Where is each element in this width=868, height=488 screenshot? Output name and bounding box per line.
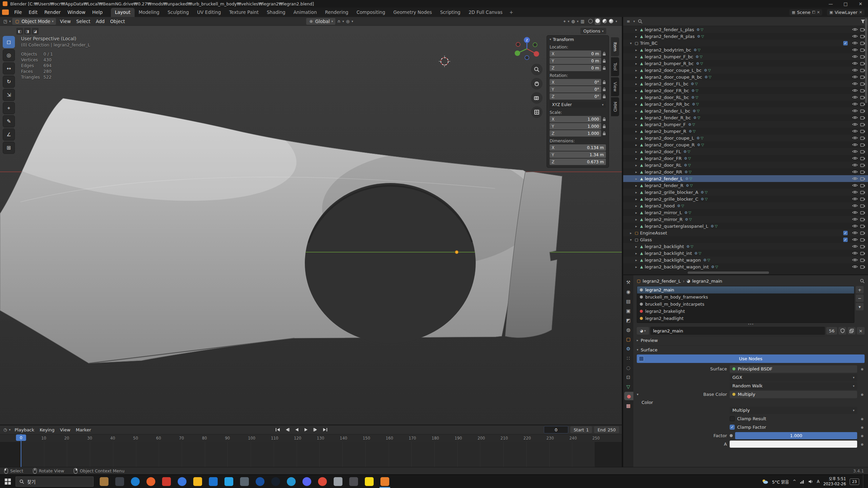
network-icon[interactable] (800, 480, 805, 484)
disable-render-camera-icon[interactable] (860, 61, 865, 65)
location-value-field[interactable]: Z 0 m (550, 65, 601, 71)
hide-viewport-eye-icon[interactable] (852, 61, 858, 65)
animate-dot[interactable]: ● (860, 434, 865, 438)
expand-arrow-icon[interactable]: ▸ (630, 231, 635, 235)
start-button[interactable] (0, 475, 16, 488)
expand-arrow-icon[interactable]: ▸ (635, 258, 640, 262)
properties-tab[interactable]: ◉ (623, 287, 633, 296)
scene-new-icon[interactable]: ⧠ (812, 10, 815, 15)
disable-render-camera-icon[interactable] (860, 251, 865, 255)
outliner-row[interactable]: ▸ ▲ legran2_mirror_R ⚙▽ ✓ (623, 216, 868, 223)
menubar-item[interactable]: Window (64, 8, 89, 16)
expand-arrow-icon[interactable]: ▾ (630, 41, 635, 45)
camera-view-button[interactable] (531, 92, 542, 104)
taskbar-app-button[interactable] (299, 475, 315, 488)
editor-type-icon[interactable]: ◳ (3, 19, 8, 24)
hide-viewport-eye-icon[interactable] (852, 217, 858, 221)
properties-tab[interactable]: ▢ (623, 335, 633, 343)
disable-render-camera-icon[interactable] (860, 136, 865, 140)
hide-viewport-eye-icon[interactable] (852, 41, 858, 45)
outliner-editor-icon[interactable]: ≡ (626, 19, 631, 24)
hide-viewport-eye-icon[interactable] (852, 170, 858, 174)
disable-render-camera-icon[interactable] (860, 122, 865, 126)
gizmo-x-negative[interactable] (516, 42, 520, 46)
maximize-button[interactable]: □ (838, 0, 853, 7)
animate-dot[interactable]: ● (860, 367, 865, 371)
properties-tab[interactable]: ◩ (623, 316, 633, 324)
lock-icon[interactable] (603, 87, 606, 92)
outliner-row[interactable]: ▸ ▲ legran2_bumper_F ⚙▽ ✓ (623, 121, 868, 128)
gizmo-y-axis[interactable] (515, 50, 520, 56)
play-reverse-button[interactable] (292, 426, 301, 433)
hide-viewport-eye-icon[interactable] (852, 177, 858, 181)
hide-viewport-eye-icon[interactable] (852, 156, 858, 160)
overlays-caret[interactable]: ▾ (577, 20, 579, 23)
outliner-row[interactable]: ▸ ▲ legran2_backlight_wagon ⚙▽ ✓ (623, 257, 868, 263)
taskbar-app-button[interactable] (315, 475, 330, 488)
disable-render-camera-icon[interactable] (860, 41, 865, 45)
outliner-vertical-scrollbar[interactable] (865, 18, 867, 103)
dimension-value-field[interactable]: X 0.134 m (550, 144, 606, 151)
outliner-row[interactable]: ▸ ▢ EngineAsset ⚙▽ ✓ (623, 229, 868, 236)
taskbar-clock[interactable]: 오후 5:51 2023-02-26 (823, 476, 846, 487)
tool-settings-icon[interactable]: ◨ (24, 28, 31, 35)
slot-specials-button[interactable]: ▾ (856, 303, 864, 310)
rotation-value-field[interactable]: Y 0° (550, 86, 601, 93)
options-dropdown[interactable]: Options ▾ (580, 28, 606, 34)
disable-render-camera-icon[interactable] (860, 265, 865, 269)
search-icon[interactable] (638, 19, 643, 24)
outliner-horizontal-scrollbar[interactable] (688, 271, 769, 274)
taskbar-app-button[interactable] (346, 475, 361, 488)
prev-keyframe-button[interactable] (283, 426, 292, 433)
base-color-expand-caret[interactable]: ▾ (637, 392, 642, 396)
workspace-tab[interactable]: 2D Full Canvas (465, 8, 507, 17)
workspace-tab[interactable]: Texture Paint (225, 8, 263, 17)
hide-viewport-eye-icon[interactable] (852, 109, 858, 113)
material-slot-row[interactable]: legran2_main (637, 286, 854, 293)
workspace-tab[interactable]: Rendering (321, 8, 352, 17)
shading-wireframe-icon[interactable] (588, 19, 593, 23)
outliner-row[interactable]: ▸ ▲ legran2_fender_L_plas ⚙▽ ✓ (623, 26, 868, 33)
rotation-value-field[interactable]: X 0° (550, 79, 601, 85)
weather-icon[interactable] (762, 479, 768, 484)
timeline-editor-caret[interactable]: ▾ (9, 428, 11, 431)
properties-search-icon[interactable] (860, 279, 865, 283)
disable-render-camera-icon[interactable] (860, 129, 865, 133)
expand-arrow-icon[interactable]: ▸ (635, 109, 640, 113)
ime-indicator[interactable]: A (817, 479, 820, 484)
ortho-toggle-button[interactable] (531, 106, 542, 118)
hide-viewport-eye-icon[interactable] (852, 149, 858, 154)
hide-viewport-eye-icon[interactable] (852, 102, 858, 106)
taskbar-app-button[interactable] (112, 475, 127, 488)
outliner-row[interactable]: ▸ ▲ legran2_door_RR ⚙▽ ✓ (623, 168, 868, 175)
expand-arrow-icon[interactable]: ▸ (635, 204, 640, 208)
clamp-result-checkbox[interactable] (730, 416, 735, 421)
collection-checkbox[interactable]: ✓ (843, 238, 848, 242)
hide-viewport-eye-icon[interactable] (852, 75, 858, 79)
tool-button[interactable]: ⊞ (3, 142, 15, 154)
disable-render-camera-icon[interactable] (860, 116, 865, 120)
sidebar-tab[interactable]: View (611, 77, 619, 96)
outliner-row[interactable]: ▸ ▲ legran2_mirror_L ⚙▽ ✓ (623, 209, 868, 216)
unlink-material-button[interactable]: × (857, 327, 865, 334)
lock-icon[interactable] (603, 117, 606, 121)
mode-dropdown[interactable]: ▢ Object Mode ▾ (12, 18, 56, 25)
taskbar-app-button[interactable] (237, 475, 252, 488)
proportional-caret[interactable]: ▾ (352, 20, 353, 23)
disable-render-camera-icon[interactable] (860, 231, 865, 235)
properties-tab[interactable]: ▽ (623, 382, 633, 391)
add-slot-button[interactable]: + (856, 286, 864, 293)
sidebar-tab[interactable]: Item (611, 37, 619, 56)
hide-viewport-eye-icon[interactable] (852, 122, 858, 126)
expand-arrow-icon[interactable]: ▸ (635, 224, 640, 228)
taskbar-app-button[interactable] (143, 475, 159, 488)
expand-arrow-icon[interactable]: ▸ (635, 211, 640, 215)
expand-arrow-icon[interactable]: ▸ (635, 143, 640, 147)
taskbar-app-button[interactable] (174, 475, 190, 488)
expand-arrow-icon[interactable]: ▸ (635, 251, 640, 255)
outliner-editor-caret[interactable]: ▾ (633, 20, 635, 23)
surface-shader-button[interactable]: Principled BSDF (730, 365, 857, 373)
tool-button[interactable]: ✎ (3, 115, 15, 127)
outliner-row[interactable]: ▸ ▲ legran2_fender_R_bc ⚙▽ ✓ (623, 114, 868, 121)
outliner-row[interactable]: ▸ ▲ legran2_fender_L ⚙▽ ✓ (623, 175, 868, 182)
